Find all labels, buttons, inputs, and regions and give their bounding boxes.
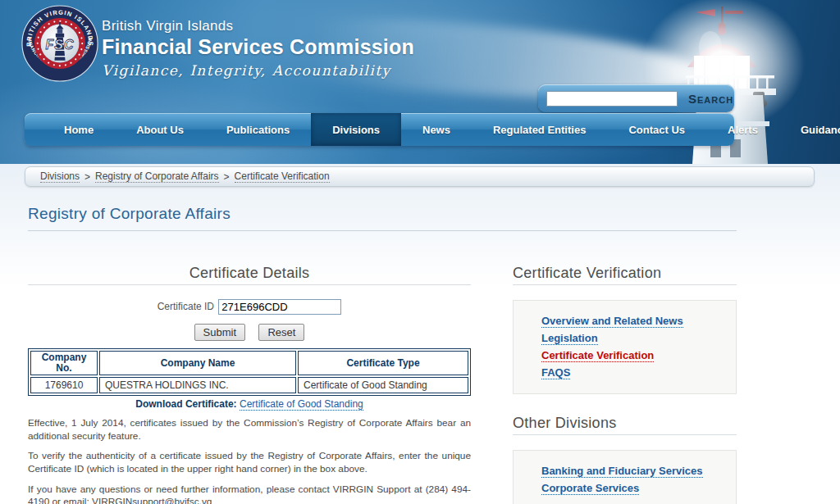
table-row: 1769610 QUESTRA HOLDINGS INC. Certificat… — [30, 377, 468, 393]
sidebar-heading-other-divisions: Other Divisions — [513, 415, 737, 435]
main-column: Certificate Details Certificate ID Submi… — [28, 265, 471, 504]
sidebar-link-certificate-verification[interactable]: Certificate Verification — [541, 349, 654, 362]
certificate-id-row: Certificate ID — [28, 299, 471, 315]
column-header-certificate-type: Certificate Type — [298, 351, 468, 375]
sidebar-link-overview-and-related-news[interactable]: Overview and Related News — [541, 315, 683, 328]
nav-item-regulated-entities[interactable]: Regulated Entities — [472, 113, 607, 146]
brand-org-name: Financial Services Commission — [102, 35, 414, 59]
breadcrumb-separator: > — [84, 171, 90, 183]
nav-item-news[interactable]: News — [401, 113, 472, 146]
sidebar-heading-certificate-verification: Certificate Verification — [513, 265, 737, 285]
certificate-id-label: Certificate ID — [158, 301, 214, 312]
info-paragraph-contact-support: If you have any questions or need furthe… — [28, 484, 471, 504]
info-paragraph-verify-instructions: To verify the authenticity of a certific… — [28, 450, 471, 475]
cell-company-no: 1769610 — [30, 377, 98, 393]
nav-item-alerts[interactable]: Alerts — [706, 113, 779, 146]
nav-item-home[interactable]: Home — [43, 113, 115, 146]
download-certificate-row: Download Certificate: Certificate of Goo… — [28, 398, 471, 410]
svg-text:FSC: FSC — [46, 38, 75, 52]
column-header-company-name: Company Name — [99, 351, 296, 375]
certificate-results-table: Company No. Company Name Certificate Typ… — [28, 348, 471, 396]
cell-company-name: QUESTRA HOLDINGS INC. — [99, 377, 296, 393]
main-navigation: Home About Us Publications Divisions New… — [25, 113, 734, 146]
sidebar: Certificate Verification Overview and Re… — [513, 265, 737, 504]
page-title: Registry of Corporate Affairs — [28, 205, 231, 223]
nav-item-contact-us[interactable]: Contact Us — [607, 113, 706, 146]
brand-country: British Virgin Islands — [102, 18, 414, 34]
submit-button[interactable]: Submit — [194, 324, 245, 341]
breadcrumb-separator: > — [224, 171, 230, 183]
download-certificate-link[interactable]: Certificate of Good Standing — [240, 398, 363, 411]
page-content: Divisions > Registry of Corporate Affair… — [0, 164, 840, 504]
nav-item-publications[interactable]: Publications — [205, 113, 311, 146]
search-panel: Search — [538, 84, 734, 112]
page: BRITISH VIRGIN ISLANDS FINANCIAL SERVICE… — [0, 0, 840, 504]
nav-item-guidance[interactable]: Guidance — [779, 113, 840, 146]
breadcrumb-link-certificate-verification[interactable]: Certificate Verification — [235, 170, 330, 183]
brand-tagline: Vigilance, Integrity, Accountability — [102, 62, 414, 79]
breadcrumb: Divisions > Registry of Corporate Affair… — [25, 166, 815, 187]
sidebar-links-box: Overview and Related News Legislation Ce… — [513, 300, 737, 394]
brand-block: British Virgin Islands Financial Service… — [102, 18, 414, 79]
fsc-seal-logo: BRITISH VIRGIN ISLANDS FINANCIAL SERVICE… — [21, 5, 98, 82]
nav-item-divisions[interactable]: Divisions — [311, 113, 401, 146]
sidebar-link-legislation[interactable]: Legislation — [541, 332, 598, 345]
search-input[interactable] — [546, 91, 678, 107]
reset-button[interactable]: Reset — [258, 324, 304, 341]
column-header-company-no: Company No. — [30, 351, 98, 375]
sidebar-link-corporate-services[interactable]: Corporate Services — [541, 482, 639, 495]
sidebar-link-banking-and-fiduciary-services[interactable]: Banking and Fiduciary Services — [541, 465, 703, 478]
cell-certificate-type: Certificate of Good Standing — [298, 377, 468, 393]
download-certificate-label: Download Certificate: — [135, 398, 236, 410]
certificate-id-input[interactable] — [218, 299, 341, 315]
form-buttons: Submit Reset — [28, 324, 471, 341]
sidebar-divisions-box: Banking and Fiduciary Services Corporate… — [513, 450, 737, 504]
nav-item-about-us[interactable]: About Us — [115, 113, 205, 146]
table-header-row: Company No. Company Name Certificate Typ… — [30, 351, 468, 375]
title-divider — [28, 230, 737, 231]
sidebar-link-faqs[interactable]: FAQS — [541, 366, 570, 379]
breadcrumb-link-divisions[interactable]: Divisions — [40, 170, 80, 183]
breadcrumb-link-registry[interactable]: Registry of Corporate Affairs — [95, 170, 219, 183]
certificate-details-heading: Certificate Details — [28, 265, 471, 285]
site-header: BRITISH VIRGIN ISLANDS FINANCIAL SERVICE… — [0, 0, 840, 164]
search-button[interactable]: Search — [688, 92, 733, 106]
info-paragraph-security-feature: Effective, 1 July 2014, certificates iss… — [28, 417, 471, 443]
